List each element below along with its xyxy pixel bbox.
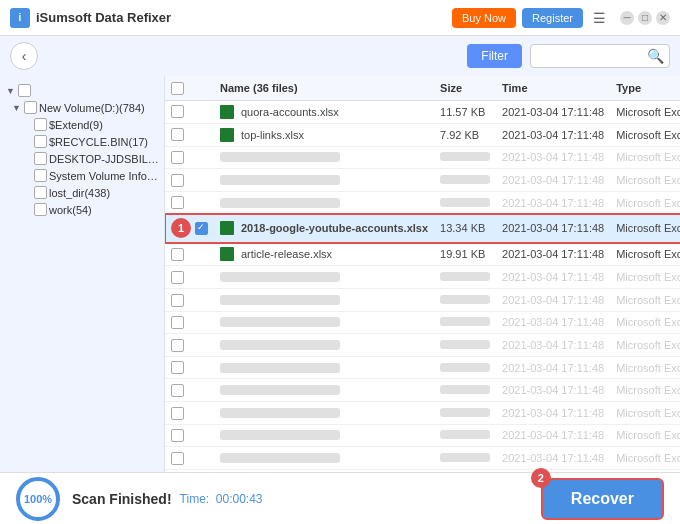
row-badge: 1 bbox=[171, 218, 191, 238]
sidebar-item-0[interactable]: ▼New Volume(D:)(784) bbox=[0, 99, 164, 116]
register-button[interactable]: Register bbox=[522, 8, 583, 28]
minimize-button[interactable]: ─ bbox=[620, 11, 634, 25]
file-time: 2021-03-04 17:11:48 bbox=[496, 146, 610, 169]
row-checkbox[interactable] bbox=[171, 174, 184, 187]
file-name: top-links.xlsx bbox=[241, 129, 304, 141]
file-size bbox=[434, 169, 496, 192]
header-checkbox[interactable] bbox=[171, 82, 184, 95]
row-checkbox[interactable] bbox=[171, 407, 184, 420]
row-checkbox[interactable] bbox=[171, 452, 184, 465]
table-row[interactable]: 12018-google-youtube-accounts.xlsx13.34 … bbox=[165, 214, 680, 243]
tree-checkbox[interactable] bbox=[34, 152, 47, 165]
close-button[interactable]: ✕ bbox=[656, 11, 670, 25]
row-checkbox[interactable] bbox=[171, 384, 184, 397]
sidebar-item-6[interactable]: work(54) bbox=[0, 201, 164, 218]
tree-checkbox[interactable] bbox=[34, 135, 47, 148]
blurred-name bbox=[220, 295, 340, 305]
row-checkbox[interactable] bbox=[171, 196, 184, 209]
sidebar-item-1[interactable]: $Extend(9) bbox=[0, 116, 164, 133]
blurred-name bbox=[220, 340, 340, 350]
search-icon[interactable]: 🔍 bbox=[647, 48, 664, 64]
file-list-container[interactable]: Name (36 files) Size Time Type ID Status… bbox=[165, 76, 680, 472]
file-time: 2021-03-04 17:11:48 bbox=[496, 401, 610, 424]
table-row[interactable]: 2021-03-04 17:11:48Microsoft Exc736lost bbox=[165, 379, 680, 402]
col-size: Size bbox=[434, 76, 496, 100]
table-row[interactable]: quora-accounts.xlsx11.57 KB2021-03-04 17… bbox=[165, 100, 680, 123]
table-row[interactable]: 2021-03-04 17:11:48Microsoft Exc667lost bbox=[165, 334, 680, 357]
tree-arrow-icon: ▼ bbox=[12, 103, 22, 113]
sidebar-header-checkbox[interactable] bbox=[18, 84, 31, 97]
table-row[interactable]: 2021-03-04 17:11:48Microsoft Exc765lost bbox=[165, 469, 680, 472]
table-row[interactable]: 2021-03-04 17:11:48Microsoft Exc669lost bbox=[165, 356, 680, 379]
col-type: Type bbox=[610, 76, 680, 100]
file-time: 2021-03-04 17:11:48 bbox=[496, 243, 610, 266]
table-row[interactable]: 2021-03-04 17:11:48Microsoft Exc742lost bbox=[165, 424, 680, 447]
back-button[interactable]: ‹ bbox=[10, 42, 38, 70]
table-row[interactable]: article-release.xlsx19.91 KB2021-03-04 1… bbox=[165, 243, 680, 266]
buy-now-button[interactable]: Buy Now bbox=[452, 8, 516, 28]
blurred-size bbox=[440, 198, 490, 207]
tree-checkbox[interactable] bbox=[34, 169, 47, 182]
row-checkbox[interactable] bbox=[171, 105, 184, 118]
maximize-button[interactable]: □ bbox=[638, 11, 652, 25]
toolbar: ‹ Filter 🔍 bbox=[0, 36, 680, 76]
table-row[interactable]: 2021-03-04 17:11:48Microsoft Exc666lost bbox=[165, 311, 680, 334]
table-row[interactable]: top-links.xlsx7.92 KB2021-03-04 17:11:48… bbox=[165, 123, 680, 146]
file-name-cell bbox=[220, 295, 428, 305]
blurred-name bbox=[220, 317, 340, 327]
file-size bbox=[434, 266, 496, 289]
recover-button-wrapper: 2 Recover bbox=[541, 478, 664, 520]
table-row[interactable]: 2021-03-04 17:11:48Microsoft Exc633lost bbox=[165, 169, 680, 192]
sidebar: ▼ ▼New Volume(D:)(784)$Extend(9)$RECYCLE… bbox=[0, 76, 165, 472]
row-checkbox[interactable] bbox=[171, 271, 184, 284]
table-row[interactable]: 2021-03-04 17:11:48Microsoft Exc644lost bbox=[165, 288, 680, 311]
table-row[interactable]: 2021-03-04 17:11:48Microsoft Exc641lost bbox=[165, 266, 680, 289]
app-title: iSumsoft Data Refixer bbox=[36, 10, 171, 25]
file-name-cell bbox=[220, 430, 428, 440]
recover-badge: 2 bbox=[531, 468, 551, 488]
sidebar-item-3[interactable]: DESKTOP-JJDSBIL(50) bbox=[0, 150, 164, 167]
sidebar-item-5[interactable]: lost_dir(438) bbox=[0, 184, 164, 201]
row-checkbox[interactable] bbox=[171, 248, 184, 261]
col-time: Time bbox=[496, 76, 610, 100]
sidebar-item-2[interactable]: $RECYCLE.BIN(17) bbox=[0, 133, 164, 150]
tree-checkbox[interactable] bbox=[34, 186, 47, 199]
filter-button[interactable]: Filter bbox=[467, 44, 522, 68]
row-checkbox[interactable] bbox=[171, 429, 184, 442]
tree-checkbox[interactable] bbox=[34, 118, 47, 131]
file-time: 2021-03-04 17:11:48 bbox=[496, 469, 610, 472]
row-checkbox[interactable] bbox=[171, 339, 184, 352]
file-time: 2021-03-04 17:11:48 bbox=[496, 356, 610, 379]
tree-checkbox[interactable] bbox=[24, 101, 37, 114]
sidebar-item-4[interactable]: System Volume Information(62) bbox=[0, 167, 164, 184]
file-type: Microsoft Exc bbox=[610, 169, 680, 192]
file-size bbox=[434, 191, 496, 214]
table-row[interactable]: 2021-03-04 17:11:48Microsoft Exc635lost bbox=[165, 191, 680, 214]
recover-button[interactable]: Recover bbox=[541, 478, 664, 520]
file-name-cell bbox=[220, 340, 428, 350]
file-type: Microsoft Exc bbox=[610, 123, 680, 146]
file-type: Microsoft Exc bbox=[610, 401, 680, 424]
blurred-size bbox=[440, 430, 490, 439]
table-row[interactable]: 2021-03-04 17:11:48Microsoft Exc632lost bbox=[165, 146, 680, 169]
file-name: article-release.xlsx bbox=[241, 248, 332, 260]
table-row[interactable]: 2021-03-04 17:11:48Microsoft Exc739lost bbox=[165, 401, 680, 424]
file-time: 2021-03-04 17:11:48 bbox=[496, 169, 610, 192]
row-checkbox[interactable] bbox=[171, 316, 184, 329]
file-name-cell: quora-accounts.xlsx bbox=[220, 105, 428, 119]
tree-label: work(54) bbox=[49, 204, 92, 216]
row-checkbox[interactable] bbox=[195, 222, 208, 235]
row-checkbox[interactable] bbox=[171, 151, 184, 164]
tree-checkbox[interactable] bbox=[34, 203, 47, 216]
search-input[interactable] bbox=[537, 49, 647, 63]
menu-icon[interactable]: ☰ bbox=[593, 10, 606, 26]
scan-time: Time: 00:00:43 bbox=[180, 492, 263, 506]
row-checkbox[interactable] bbox=[171, 361, 184, 374]
row-checkbox[interactable] bbox=[171, 128, 184, 141]
row-checkbox[interactable] bbox=[171, 294, 184, 307]
file-time: 2021-03-04 17:11:48 bbox=[496, 214, 610, 243]
table-row[interactable]: 2021-03-04 17:11:48Microsoft Exc764lost bbox=[165, 447, 680, 470]
file-icon bbox=[220, 247, 234, 261]
file-type: Microsoft Exc bbox=[610, 191, 680, 214]
file-type: Microsoft Exc bbox=[610, 266, 680, 289]
